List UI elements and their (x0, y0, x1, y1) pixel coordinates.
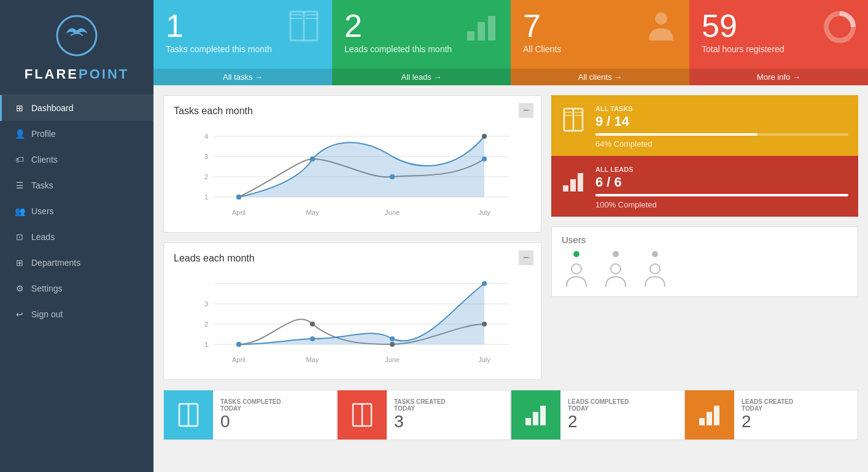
stat-link-hours[interactable]: More info → (689, 69, 868, 85)
leads-icon: ⊡ (14, 232, 25, 242)
svg-point-48 (390, 336, 395, 341)
stat-label-hours: Total hours registered (702, 44, 856, 54)
tasks-completed-today-label: TASKS COMPLETED TODAY (220, 398, 281, 412)
right-column: ALL TASKS 9 / 14 64% Completed (551, 95, 858, 380)
charts-column: Tasks each month − 4 3 2 1 April May (163, 95, 541, 380)
svg-text:April: April (232, 356, 246, 363)
tasks-chart-collapse-button[interactable]: − (519, 103, 533, 118)
stat-link-leads[interactable]: All leads → (332, 69, 511, 85)
svg-rect-67 (707, 412, 712, 425)
leads-progress-fill (595, 194, 848, 196)
users-row (562, 251, 848, 289)
tasks-chart-title: Tasks each month (174, 106, 531, 117)
sidebar-item-settings[interactable]: ⚙ Settings (0, 276, 153, 301)
tasks-completed-icon-box (164, 390, 213, 439)
sidebar-item-dashboard[interactable]: ⊞ Dashboard (0, 95, 153, 121)
sidebar-label-users: Users (31, 206, 54, 216)
svg-text:2: 2 (204, 173, 208, 180)
tasks-created-icon-box (338, 390, 387, 439)
tasks-progress-bg (595, 133, 848, 136)
sidebar-label-departments: Departments (31, 258, 80, 268)
bottom-card-leads-completed[interactable]: LEADS COMPLETED TODAY 2 (511, 390, 684, 440)
svg-point-46 (236, 342, 241, 347)
svg-point-43 (310, 322, 315, 327)
svg-point-59 (611, 264, 621, 274)
bottom-card-tasks-completed[interactable]: TASKS COMPLETED TODAY 0 (163, 390, 337, 440)
stat-label-clients: All Clients (523, 44, 677, 54)
leads-chart-svg: 3 2 1 April May June July (174, 271, 531, 369)
bottom-card-leads-created[interactable]: LEADS CREATED TODAY 2 (684, 390, 858, 440)
sidebar-item-departments[interactable]: ⊞ Departments (0, 250, 153, 276)
leads-completed-icon-box (511, 390, 560, 439)
svg-point-58 (572, 264, 581, 274)
svg-point-29 (390, 174, 395, 179)
logo-icon (52, 12, 101, 61)
svg-text:1: 1 (204, 193, 208, 201)
svg-point-26 (482, 134, 487, 139)
sidebar-item-profile[interactable]: 👤 Profile (0, 121, 153, 147)
svg-point-49 (482, 281, 487, 286)
svg-rect-55 (563, 185, 568, 192)
profile-icon: 👤 (14, 129, 25, 139)
settings-icon: ⚙ (14, 284, 25, 293)
all-leads-card: ALL LEADS 6 / 6 100% Completed (551, 156, 858, 217)
sidebar-item-signout[interactable]: ↩ Sign out (0, 301, 153, 327)
all-tasks-value: 9 / 14 (595, 114, 848, 130)
sidebar-item-tasks[interactable]: ☰ Tasks (0, 172, 153, 198)
sidebar-item-users[interactable]: 👥 Users (0, 198, 153, 224)
svg-point-47 (310, 336, 315, 341)
user-status-dot-2 (613, 251, 619, 257)
main-content: 1 Tasks completed this month All tasks → (153, 0, 868, 472)
svg-rect-63 (525, 418, 531, 425)
tasks-completed-today-value: 0 (220, 412, 281, 431)
svg-text:June: June (385, 356, 400, 363)
signout-icon: ↩ (14, 309, 25, 319)
dashboard-icon: ⊞ (14, 103, 25, 113)
leads-chart-panel: Leads each month − 3 2 1 April May June (163, 242, 541, 380)
leads-created-today-label: LEADS CREATED TODAY (742, 398, 793, 412)
tasks-book-icon (561, 107, 586, 132)
svg-point-0 (57, 16, 96, 55)
logo-flare: FLARE (25, 66, 79, 82)
stat-link-clients[interactable]: All clients → (511, 69, 689, 85)
nav-menu: ⊞ Dashboard 👤 Profile 🏷 Clients ☰ Tasks … (0, 95, 153, 327)
stat-link-tasks[interactable]: All tasks → (153, 69, 332, 85)
svg-rect-56 (570, 179, 576, 192)
svg-text:2: 2 (204, 320, 208, 328)
svg-point-28 (310, 157, 315, 161)
departments-icon: ⊞ (14, 258, 25, 268)
tasks-progress-fill (595, 133, 758, 136)
svg-rect-7 (478, 22, 485, 41)
bottom-card-tasks-created[interactable]: TASKS CREATED TODAY 3 (337, 390, 511, 440)
user-avatar-3[interactable] (640, 251, 670, 289)
leads-created-today-value: 2 (742, 412, 793, 431)
user-avatar-1[interactable] (562, 251, 591, 289)
user-figure-1 (562, 260, 591, 289)
svg-text:4: 4 (204, 133, 208, 140)
user-figure-3 (640, 260, 670, 289)
stat-card-leads-month[interactable]: 2 Leads completed this month All leads → (332, 0, 511, 85)
stat-card-tasks-month[interactable]: 1 Tasks completed this month All tasks → (153, 0, 332, 85)
leads-chart-collapse-button[interactable]: − (519, 250, 533, 265)
tasks-created-today-value: 3 (394, 412, 446, 431)
svg-rect-64 (533, 412, 538, 425)
svg-rect-66 (699, 418, 705, 425)
sidebar-item-leads[interactable]: ⊡ Leads (0, 224, 153, 250)
all-tasks-label: ALL TASKS (595, 105, 848, 112)
leads-chart-title: Leads each month (174, 253, 531, 264)
leads-bar-icon (561, 168, 586, 193)
svg-text:July: July (478, 209, 490, 216)
stat-card-clients[interactable]: 7 All Clients All clients → (511, 0, 689, 85)
stat-card-hours[interactable]: 59 Total hours registered More info → (689, 0, 868, 85)
tasks-chart-panel: Tasks each month − 4 3 2 1 April May (163, 95, 541, 233)
svg-text:April: April (232, 209, 246, 216)
svg-point-27 (236, 195, 241, 199)
users-panel: Users (551, 226, 858, 297)
svg-point-60 (650, 264, 660, 274)
sidebar-item-clients[interactable]: 🏷 Clients (0, 147, 153, 172)
svg-text:May: May (306, 209, 319, 216)
all-tasks-card: ALL TASKS 9 / 14 64% Completed (551, 95, 858, 156)
user-avatar-2[interactable] (601, 251, 630, 289)
svg-text:3: 3 (204, 300, 208, 308)
svg-rect-68 (714, 406, 719, 425)
